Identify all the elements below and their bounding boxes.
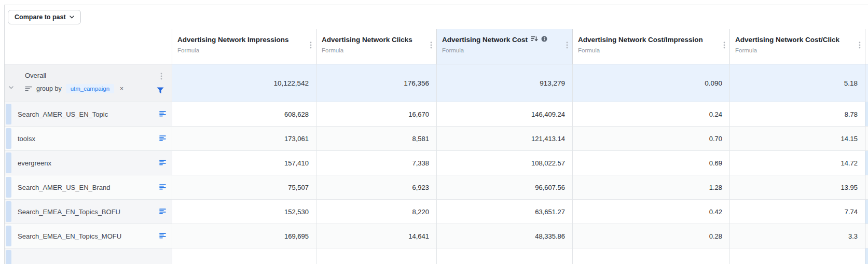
column-subtitle: Formula — [322, 47, 423, 53]
group-values-icon[interactable] — [159, 135, 166, 143]
row-label-cell: Search_EMEA_EN_Topics_BOFU — [5, 200, 172, 224]
series-color-chip — [6, 104, 11, 124]
series-color-chip — [6, 201, 11, 222]
column-header-cost-impression[interactable]: Advertising Network Cost/Impression Form… — [572, 29, 729, 64]
column-title: Advertising Network Impressions — [177, 36, 302, 44]
cell-cost-click: 7.74 — [729, 200, 865, 224]
series-color-chip — [6, 226, 11, 246]
analytics-table-view: Compare to past Advertising Network Impr… — [0, 0, 868, 264]
filter-funnel-icon[interactable] — [157, 87, 164, 95]
cell-cost-impression: 0.28 — [572, 224, 729, 248]
table-frame: Compare to past Advertising Network Impr… — [4, 5, 868, 264]
overall-value-clicks: 176,356 — [316, 64, 436, 102]
cell-clicks: 16,670 — [316, 102, 436, 127]
cutoff-column-strip — [865, 248, 868, 264]
column-header-clicks[interactable]: Advertising Network Clicks Formula — [316, 29, 436, 64]
cell-cost-click: 14.72 — [729, 151, 865, 175]
cutoff-column-strip — [865, 102, 868, 127]
column-title: Advertising Network Cost/Click — [735, 36, 851, 44]
row-label-cell: toolsx — [5, 127, 172, 151]
cell-impressions: 608,628 — [172, 102, 316, 127]
kebab-menu-icon[interactable] — [566, 41, 568, 50]
kebab-menu-icon[interactable] — [723, 41, 725, 50]
table-header-row: Advertising Network Impressions Formula … — [5, 29, 868, 64]
cell-cost-impression: 0.70 — [572, 127, 729, 151]
column-subtitle: Formula — [177, 47, 302, 53]
table-row[interactable]: evergreenx 157,410 7,338 108,022.57 0.69… — [5, 151, 868, 175]
cell-cost-click: 14.15 — [729, 127, 865, 151]
group-values-icon[interactable] — [159, 110, 166, 118]
toolbar: Compare to past — [5, 5, 868, 29]
cell-impressions: 75,507 — [172, 175, 316, 200]
row-label: Search_AMER_US_EN_Brand — [18, 184, 110, 191]
table-row-partial[interactable] — [5, 248, 868, 264]
cell-cost: 63,651.27 — [436, 200, 572, 224]
row-label-cell: Search_AMER_US_EN_Brand — [5, 175, 172, 200]
column-title: Advertising Network Cost — [442, 36, 528, 44]
group-values-icon[interactable] — [159, 184, 166, 191]
kebab-menu-icon[interactable] — [310, 41, 312, 50]
series-color-chip — [6, 152, 11, 173]
cutoff-column-strip — [865, 224, 868, 248]
row-label-cell: Search_AMER_US_EN_Topic — [5, 102, 172, 127]
cell-cost: 146,409.24 — [436, 102, 572, 127]
table-row[interactable]: toolsx 173,061 8,581 121,413.14 0.70 14.… — [5, 127, 868, 151]
cell-cost-click: 13.95 — [729, 175, 865, 200]
column-title: Advertising Network Clicks — [322, 36, 423, 44]
overall-label-cell: Overall group by utm_campaign × — [5, 64, 172, 102]
group-values-icon[interactable] — [159, 208, 166, 216]
kebab-menu-icon[interactable] — [160, 73, 162, 81]
cutoff-column-strip — [865, 175, 868, 200]
table-row[interactable]: Search_AMER_US_EN_Topic 608,628 16,670 1… — [5, 102, 868, 127]
compare-to-past-button[interactable]: Compare to past — [8, 10, 81, 24]
overall-value-cost-impression: 0.090 — [572, 64, 729, 102]
column-subtitle: Formula — [442, 47, 559, 53]
overall-value-cost: 913,279 — [436, 64, 572, 102]
cell-cost: 121,413.14 — [436, 127, 572, 151]
table-row[interactable]: Search_EMEA_EN_Topics_MOFU 169,695 14,64… — [5, 224, 868, 248]
cell-cost-click: 3.3 — [729, 224, 865, 248]
group-by-value-chip[interactable]: utm_campaign — [66, 84, 114, 93]
cell-cost-impression — [572, 248, 729, 264]
cell-impressions: 173,061 — [172, 127, 316, 151]
group-by-label: group by — [36, 85, 62, 92]
cell-cost-impression: 1.28 — [572, 175, 729, 200]
series-color-chip — [6, 128, 11, 149]
cell-cost-impression: 0.24 — [572, 102, 729, 127]
group-by-icon — [25, 85, 32, 93]
kebab-menu-icon[interactable] — [859, 41, 861, 50]
cutoff-column-strip — [865, 151, 868, 175]
cutoff-column-strip — [865, 64, 868, 102]
cell-impressions — [172, 248, 316, 264]
column-header-impressions[interactable]: Advertising Network Impressions Formula — [172, 29, 316, 64]
group-values-icon[interactable] — [159, 159, 166, 167]
overall-row[interactable]: Overall group by utm_campaign × — [5, 64, 868, 102]
collapse-caret-icon[interactable] — [9, 83, 13, 91]
cell-clicks: 8,220 — [316, 200, 436, 224]
column-subtitle: Formula — [578, 47, 716, 53]
remove-group-by-icon[interactable]: × — [120, 85, 123, 92]
info-icon[interactable] — [541, 36, 547, 44]
cell-clicks: 14,641 — [316, 224, 436, 248]
cell-cost-impression: 0.69 — [572, 151, 729, 175]
cell-impressions: 152,530 — [172, 200, 316, 224]
overall-value-impressions: 10,122,542 — [172, 64, 316, 102]
column-title: Advertising Network Cost/Impression — [578, 36, 716, 44]
cell-cost: 96,607.56 — [436, 175, 572, 200]
row-label: Search_EMEA_EN_Topics_MOFU — [18, 232, 121, 240]
compare-to-past-label: Compare to past — [15, 13, 66, 21]
cell-clicks — [316, 248, 436, 264]
column-subtitle: Formula — [735, 47, 851, 53]
table-row[interactable]: Search_AMER_US_EN_Brand 75,507 6,923 96,… — [5, 175, 868, 200]
cell-clicks: 6,923 — [316, 175, 436, 200]
row-label: Search_AMER_US_EN_Topic — [18, 110, 108, 118]
column-header-cost-click[interactable]: Advertising Network Cost/Click Formula — [729, 29, 865, 64]
kebab-menu-icon[interactable] — [430, 41, 432, 50]
group-values-icon[interactable] — [159, 232, 166, 240]
cutoff-column-strip — [865, 127, 868, 151]
series-color-chip — [6, 250, 11, 264]
table-row[interactable]: Search_EMEA_EN_Topics_BOFU 152,530 8,220… — [5, 200, 868, 224]
cell-cost: 108,022.57 — [436, 151, 572, 175]
cell-cost — [436, 248, 572, 264]
column-header-cost[interactable]: Advertising Network Cost Formula — [436, 29, 572, 64]
